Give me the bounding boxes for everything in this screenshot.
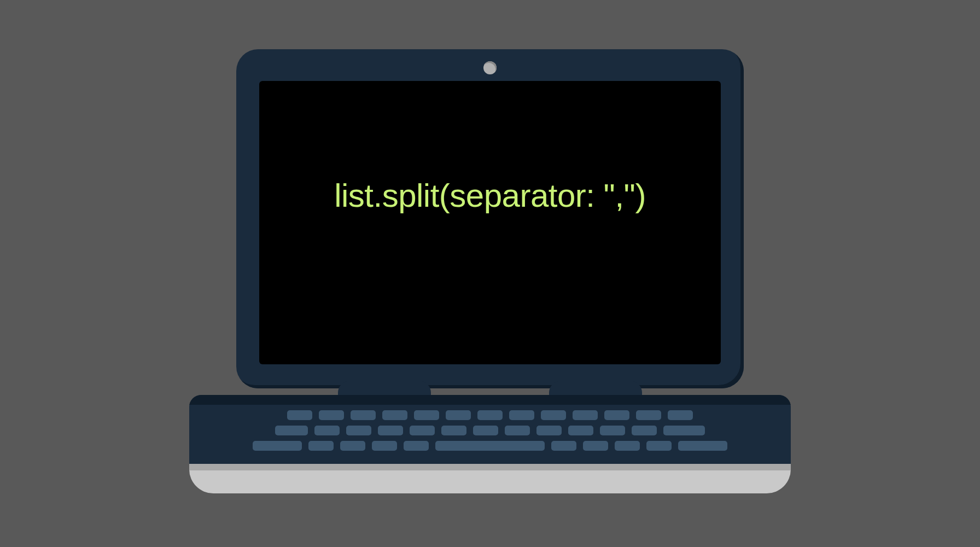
key	[473, 426, 498, 435]
key	[541, 410, 566, 420]
camera-icon	[483, 61, 497, 74]
key	[308, 441, 334, 451]
key-row-2	[275, 426, 705, 435]
base-shadow	[189, 464, 791, 470]
key	[646, 441, 672, 451]
key	[446, 410, 471, 420]
key	[536, 426, 562, 435]
key	[346, 426, 371, 435]
key	[678, 441, 727, 451]
key	[583, 441, 608, 451]
deck-shadow	[189, 395, 791, 405]
key	[668, 410, 693, 420]
key	[275, 426, 308, 435]
key	[287, 410, 312, 420]
key	[378, 426, 403, 435]
key	[253, 441, 302, 451]
key	[351, 410, 376, 420]
key	[382, 410, 407, 420]
key	[551, 441, 576, 451]
key	[441, 426, 466, 435]
key	[340, 441, 365, 451]
key	[568, 426, 593, 435]
key	[404, 441, 429, 451]
key	[414, 410, 439, 420]
key-row-3	[253, 441, 727, 451]
key	[636, 410, 661, 420]
key	[573, 410, 598, 420]
key	[615, 441, 640, 451]
key-spacebar	[435, 441, 545, 451]
keyboard-deck	[189, 395, 791, 466]
key	[509, 410, 534, 420]
key	[505, 426, 530, 435]
key-row-1	[287, 410, 693, 420]
key	[372, 441, 397, 451]
laptop-illustration: list.split(separator: ",")	[189, 49, 791, 498]
keyboard	[189, 410, 791, 451]
laptop-screen: list.split(separator: ",")	[259, 81, 721, 364]
key	[410, 426, 435, 435]
key	[600, 426, 625, 435]
key	[632, 426, 657, 435]
key	[477, 410, 503, 420]
code-snippet: list.split(separator: ",")	[334, 177, 646, 214]
key	[314, 426, 340, 435]
key	[319, 410, 344, 420]
key	[604, 410, 629, 420]
key	[663, 426, 705, 435]
